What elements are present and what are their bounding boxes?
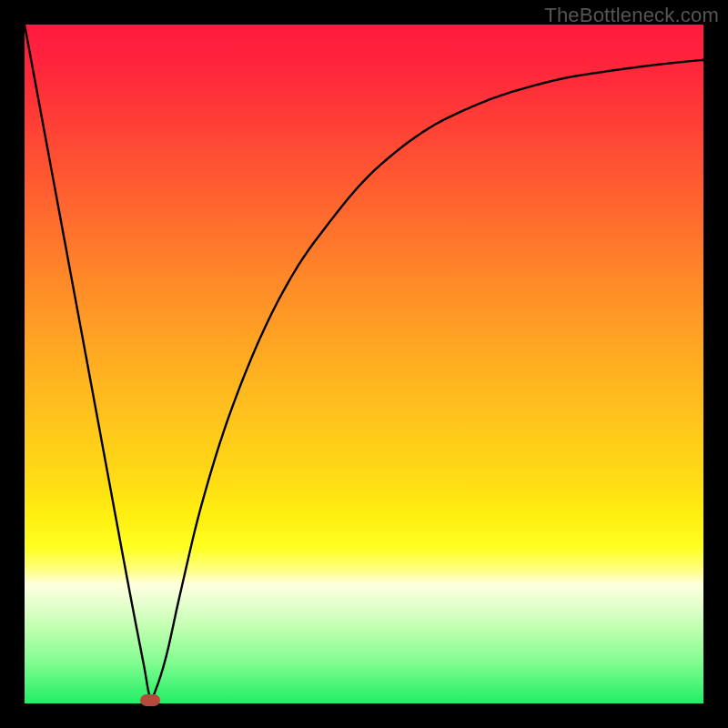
bottleneck-curve xyxy=(25,25,703,703)
optimum-marker xyxy=(140,694,160,706)
plot-area xyxy=(25,25,703,703)
chart-frame: TheBottleneck.com xyxy=(0,0,728,728)
source-attribution: TheBottleneck.com xyxy=(544,4,719,27)
